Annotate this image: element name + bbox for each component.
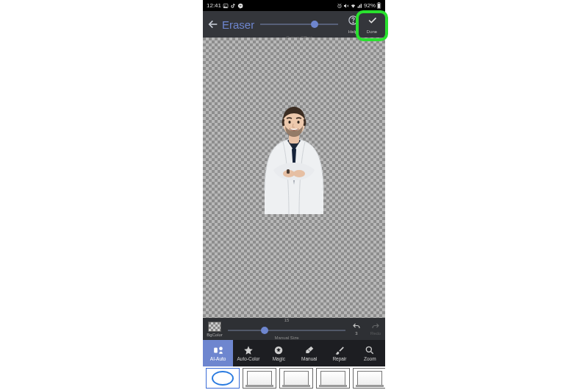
bgcolor-button[interactable]: BgColor xyxy=(204,322,225,337)
svg-rect-4 xyxy=(379,2,380,3)
star-icon xyxy=(243,345,254,355)
svg-point-7 xyxy=(353,22,354,23)
tiktok-icon xyxy=(230,3,236,9)
manual-size-value: 15 xyxy=(284,318,290,322)
zoom-icon xyxy=(364,345,376,355)
ai-auto-icon xyxy=(212,345,224,355)
tool-label: Zoom xyxy=(364,356,376,361)
messenger-icon xyxy=(237,3,243,9)
tool-manual[interactable]: Manual xyxy=(294,340,324,366)
tool-repair[interactable]: Repair xyxy=(324,340,354,366)
help-label: Help xyxy=(344,29,362,34)
status-time: 12:41 xyxy=(207,2,221,9)
bgcolor-swatch xyxy=(208,322,221,332)
battery-icon xyxy=(376,2,381,9)
svg-point-1 xyxy=(225,4,226,5)
tool-label: Auto-Color xyxy=(237,356,259,361)
svg-rect-15 xyxy=(214,348,218,353)
redo-label: Redo xyxy=(370,331,381,336)
svg-point-13 xyxy=(288,121,290,124)
tools-row: AI-Auto Auto-Color Magic Manual Repair Z… xyxy=(203,340,385,366)
alarm-icon xyxy=(337,3,343,9)
secondary-bar: BgColor 15 Manual Size 3 Redo xyxy=(203,318,385,340)
thumbnail-4[interactable] xyxy=(316,368,350,389)
tool-magic[interactable]: Magic xyxy=(264,340,294,366)
undo-count: 3 xyxy=(355,331,357,336)
done-button[interactable]: Done xyxy=(362,15,382,34)
tool-label: Magic xyxy=(273,356,285,361)
tool-zoom[interactable]: Zoom xyxy=(355,340,385,366)
thumbnail-3[interactable] xyxy=(279,368,313,389)
thumbnails-row[interactable] xyxy=(203,366,385,390)
svg-point-9 xyxy=(293,170,305,177)
svg-point-18 xyxy=(367,347,372,352)
manual-size-slider[interactable]: 15 Manual Size xyxy=(228,318,345,340)
editor-canvas[interactable] xyxy=(203,38,385,318)
help-button[interactable]: Help xyxy=(344,15,362,34)
phone-frame: 12:41 92% Eraser Cursor Offset xyxy=(203,0,385,390)
wifi-icon xyxy=(350,3,356,9)
manual-size-label: Manual Size xyxy=(274,336,298,340)
toolbar-title: Eraser xyxy=(222,18,254,31)
cutout-subject xyxy=(257,104,331,214)
svg-rect-10 xyxy=(287,169,290,174)
back-button[interactable] xyxy=(206,17,220,32)
thumbnail-1[interactable] xyxy=(206,368,240,389)
status-bar: 12:41 92% xyxy=(203,0,385,11)
tool-label: Repair xyxy=(332,356,346,361)
mute-icon xyxy=(343,3,349,9)
redo-button[interactable]: Redo xyxy=(368,318,384,340)
svg-point-14 xyxy=(297,121,299,124)
toolbar: Eraser Cursor Offset Help Done xyxy=(203,11,385,38)
thumbnail-2[interactable] xyxy=(243,368,276,389)
thumbnail-5[interactable] xyxy=(353,368,385,389)
undo-button[interactable]: 3 xyxy=(348,318,365,340)
image-icon xyxy=(223,3,229,9)
bgcolor-label: BgColor xyxy=(207,333,223,337)
brush-icon xyxy=(334,345,345,355)
signal-icon xyxy=(357,3,363,9)
eraser-icon xyxy=(304,345,315,355)
svg-rect-5 xyxy=(378,4,380,8)
tool-label: AI-Auto xyxy=(210,356,226,361)
magic-icon xyxy=(273,345,284,355)
status-battery-pct: 92% xyxy=(364,2,376,9)
svg-point-16 xyxy=(219,347,223,350)
done-label: Done xyxy=(362,29,382,34)
cursor-offset-slider[interactable]: Cursor Offset xyxy=(260,17,338,32)
tool-label: Manual xyxy=(301,356,317,361)
tool-ai-auto[interactable]: AI-Auto xyxy=(203,340,233,366)
tool-auto-color[interactable]: Auto-Color xyxy=(233,340,263,366)
